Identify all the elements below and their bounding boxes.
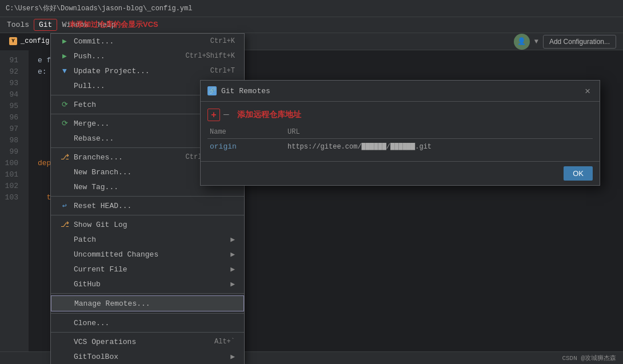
line-num-100: 100 bbox=[0, 158, 24, 169]
push-icon: ▶ bbox=[60, 51, 69, 61]
line-num-99: 99 bbox=[0, 146, 24, 158]
commit-shortcut: Ctrl+K bbox=[210, 37, 235, 45]
col-header-name: Name bbox=[207, 128, 287, 136]
git-remotes-dialog: 🔗 Git Remotes ✕ + — 添加远程仓库地址 Name URL or… bbox=[200, 80, 600, 186]
show-git-log-icon: ⎇ bbox=[60, 220, 69, 229]
minus-icon: — bbox=[223, 110, 229, 120]
line-num-103: 103 bbox=[0, 192, 24, 203]
update-shortcut: Ctrl+T bbox=[210, 67, 235, 75]
push-shortcut: Ctrl+Shift+K bbox=[186, 52, 235, 60]
line-num-98: 98 bbox=[0, 135, 24, 146]
pull-label: Pull... bbox=[74, 82, 105, 90]
push-label: Push... bbox=[74, 52, 105, 61]
patch-label: Patch bbox=[74, 235, 96, 244]
dialog-icon: 🔗 bbox=[207, 86, 217, 95]
table-row-origin[interactable]: origin https://gitee.com/██████/██████.g… bbox=[207, 139, 593, 154]
line-num-102: 102 bbox=[0, 181, 24, 192]
dialog-title-bar: 🔗 Git Remotes ✕ bbox=[201, 81, 600, 102]
line-num-101: 101 bbox=[0, 169, 24, 181]
uncommitted-label: Uncommitted Changes bbox=[74, 250, 158, 259]
github-icon bbox=[60, 279, 69, 289]
line-num-92: 92 bbox=[0, 66, 24, 78]
git-menu-patch[interactable]: Patch ▶ bbox=[51, 232, 244, 247]
title-text: C:\Users\你好\Downloads\jason-blog\_config… bbox=[6, 3, 192, 13]
patch-arrow: ▶ bbox=[230, 235, 235, 244]
uncommitted-icon bbox=[60, 250, 69, 259]
separator-7 bbox=[51, 313, 244, 314]
git-menu-commit[interactable]: ▶ Commit... Ctrl+K bbox=[51, 34, 244, 49]
show-git-log-label: Show Git Log bbox=[74, 221, 127, 229]
col-header-url: URL bbox=[287, 128, 593, 136]
rebase-label: Rebase... bbox=[74, 134, 114, 143]
git-menu-show-git-log[interactable]: ⎇ Show Git Log bbox=[51, 217, 244, 232]
rebase-icon bbox=[60, 134, 69, 143]
git-menu-github[interactable]: GitHub ▶ bbox=[51, 277, 244, 291]
separator-6 bbox=[51, 293, 244, 294]
git-menu-current-file[interactable]: Current File ▶ bbox=[51, 262, 244, 277]
vcs-ops-shortcut: Alt+` bbox=[214, 338, 235, 346]
remote-url-origin: https://gitee.com/██████/██████.git bbox=[287, 143, 593, 151]
line-numbers: 91 92 93 94 95 96 97 98 99 100 101 102 1… bbox=[0, 50, 29, 364]
add-remote-button[interactable]: + bbox=[207, 109, 220, 121]
commit-label: Commit... bbox=[74, 37, 114, 46]
clone-label: Clone... bbox=[74, 319, 109, 327]
separator-8 bbox=[51, 332, 244, 333]
git-menu-push[interactable]: ▶ Push... Ctrl+Shift+K bbox=[51, 49, 244, 63]
table-header: Name URL bbox=[207, 126, 593, 139]
git-menu-reset-head[interactable]: ↩ Reset HEAD... bbox=[51, 198, 244, 213]
git-menu-vcs-operations[interactable]: VCS Operations Alt+` bbox=[51, 334, 244, 349]
update-label: Update Project... bbox=[74, 67, 150, 75]
reset-head-label: Reset HEAD... bbox=[74, 202, 131, 210]
git-menu-gittoolbox[interactable]: GitToolBox ▶ bbox=[51, 349, 244, 364]
status-text: CSDN @攻城狮杰森 bbox=[562, 354, 616, 362]
new-branch-label: New Branch... bbox=[74, 168, 131, 177]
uncommitted-arrow: ▶ bbox=[230, 250, 235, 259]
git-menu-clone[interactable]: Clone... bbox=[51, 315, 244, 330]
branches-icon: ⎇ bbox=[60, 153, 69, 162]
dialog-close-button[interactable]: ✕ bbox=[582, 85, 593, 97]
current-file-icon bbox=[60, 265, 69, 274]
git-menu-uncommitted[interactable]: Uncommitted Changes ▶ bbox=[51, 247, 244, 262]
line-num-91: 91 bbox=[0, 55, 24, 66]
dialog-footer: OK bbox=[201, 161, 600, 185]
line-num-97: 97 bbox=[0, 123, 24, 135]
vcs-ops-label: VCS Operations bbox=[74, 338, 136, 346]
merge-label: Merge... bbox=[74, 119, 109, 128]
clone-icon bbox=[60, 318, 69, 327]
avatar-button[interactable]: 👤 bbox=[514, 34, 530, 50]
line-num-93: 93 bbox=[0, 78, 24, 89]
separator-5 bbox=[51, 215, 244, 215]
vcs-ops-icon bbox=[60, 337, 69, 346]
dialog-body: + — 添加远程仓库地址 Name URL origin https://git… bbox=[201, 102, 600, 161]
current-file-label: Current File bbox=[74, 265, 127, 274]
new-branch-icon bbox=[60, 167, 69, 177]
git-menu-update[interactable]: ▼ Update Project... Ctrl+T bbox=[51, 63, 244, 78]
fetch-label: Fetch bbox=[74, 101, 96, 109]
commit-icon: ▶ bbox=[60, 37, 69, 46]
top-annotation: 未添加过仓库的会显示VCS bbox=[69, 19, 158, 30]
reset-head-icon: ↩ bbox=[60, 201, 69, 210]
title-bar: C:\Users\你好\Downloads\jason-blog\_config… bbox=[0, 0, 623, 17]
github-arrow: ▶ bbox=[230, 279, 235, 289]
github-label: GitHub bbox=[74, 280, 101, 289]
manage-remotes-icon bbox=[61, 299, 70, 308]
avatar-dropdown[interactable]: ▼ bbox=[534, 38, 538, 46]
add-configuration-button[interactable]: Add Configuration... bbox=[543, 35, 616, 49]
line-num-96: 96 bbox=[0, 112, 24, 123]
tab-icon: Y bbox=[9, 37, 17, 45]
new-tag-icon bbox=[60, 182, 69, 191]
patch-icon bbox=[60, 235, 69, 244]
ok-button[interactable]: OK bbox=[564, 166, 593, 181]
menu-tools[interactable]: Tools bbox=[2, 19, 34, 30]
add-remote-annotation: 添加远程仓库地址 bbox=[237, 110, 301, 120]
line-num-95: 95 bbox=[0, 101, 24, 112]
dialog-title: Git Remotes bbox=[221, 87, 582, 95]
new-tag-label: New Tag... bbox=[74, 183, 118, 191]
git-menu-manage-remotes[interactable]: Manage Remotes... bbox=[51, 295, 244, 311]
menu-git[interactable]: Git bbox=[34, 19, 57, 31]
remote-name-origin: origin bbox=[207, 142, 287, 151]
gittoolbox-arrow: ▶ bbox=[230, 352, 235, 361]
separator-4 bbox=[51, 196, 244, 197]
pull-icon bbox=[60, 81, 69, 90]
current-file-arrow: ▶ bbox=[230, 265, 235, 274]
